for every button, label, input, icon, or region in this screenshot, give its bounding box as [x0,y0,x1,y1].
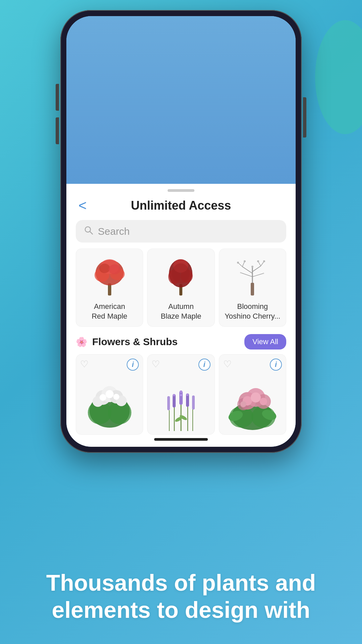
view-all-button[interactable]: View All [244,334,286,350]
flower-card[interactable]: ♡ i [219,354,286,435]
favorite-icon[interactable]: ♡ [152,359,160,370]
drag-handle[interactable] [168,189,194,192]
tree-image [229,255,276,299]
flowers-grid: ♡ i [66,354,296,435]
info-icon[interactable]: i [270,359,282,371]
svg-line-17 [242,267,252,273]
svg-point-56 [180,394,182,396]
phone-mockup: < Unlimited Access Search [60,10,302,453]
svg-point-27 [263,260,265,262]
home-indicator [154,438,208,441]
tree-name: AutumnBlaze Maple [161,302,201,321]
page-title: Unlimited Access [131,199,231,213]
svg-rect-54 [192,395,195,410]
svg-line-19 [241,273,252,277]
svg-line-20 [252,273,263,277]
search-icon [84,225,93,237]
bottom-tagline: Thousands of plants and elements to desi… [46,570,316,623]
flower-card[interactable]: ♡ i [76,354,143,435]
app-preview-area [66,16,296,184]
svg-point-31 [263,273,264,274]
svg-rect-15 [251,283,254,296]
svg-point-55 [180,390,182,393]
flowers-section-title: Flowers & Shrubs [92,336,178,347]
favorite-icon[interactable]: ♡ [223,359,232,370]
svg-point-70 [260,398,267,405]
phone-frame: < Unlimited Access Search [60,10,302,453]
bg-decorative-shape [315,20,362,134]
svg-point-40 [100,394,106,401]
flowers-icon: 🌸 [76,336,87,347]
favorite-icon[interactable]: ♡ [80,359,88,370]
sheet-header: < Unlimited Access [66,195,296,217]
bottom-text-container: Thousands of plants and elements to desi… [0,569,362,624]
svg-point-57 [173,394,175,396]
svg-point-41 [106,390,114,398]
svg-point-69 [251,392,261,402]
tree-image [86,255,133,299]
tree-name: AmericanRed Maple [92,302,127,321]
phone-screen: < Unlimited Access Search [66,16,296,447]
tree-name: BloomingYoshino Cherry... [225,302,280,321]
svg-rect-53 [167,396,170,410]
svg-point-26 [244,260,246,262]
svg-point-29 [251,266,253,268]
svg-point-42 [113,394,119,400]
svg-line-18 [252,266,261,272]
info-icon[interactable]: i [198,359,210,371]
svg-point-7 [99,264,110,273]
bottom-sheet: < Unlimited Access Search [66,184,296,447]
tree-card[interactable]: AmericanRed Maple [76,249,143,327]
svg-point-25 [237,262,239,264]
section-title-wrap: 🌸 Flowers & Shrubs [76,336,178,347]
search-placeholder: Search [98,226,130,237]
flower-card[interactable]: ♡ i [147,354,215,435]
search-bar[interactable]: Search [76,220,286,243]
back-button[interactable]: < [78,199,87,213]
svg-point-8 [109,264,121,274]
svg-point-30 [240,272,241,273]
svg-point-71 [240,401,246,407]
svg-line-1 [90,231,93,234]
svg-point-14 [172,263,189,283]
tree-image [158,255,204,299]
flowers-section-header: 🌸 Flowers & Shrubs View All [66,327,296,354]
trees-grid: AmericanRed Maple [66,249,296,327]
tree-card[interactable]: BloomingYoshino Cherry... [219,249,286,327]
svg-point-58 [186,394,188,396]
svg-point-28 [257,260,259,262]
tree-card[interactable]: AutumnBlaze Maple [147,249,215,327]
